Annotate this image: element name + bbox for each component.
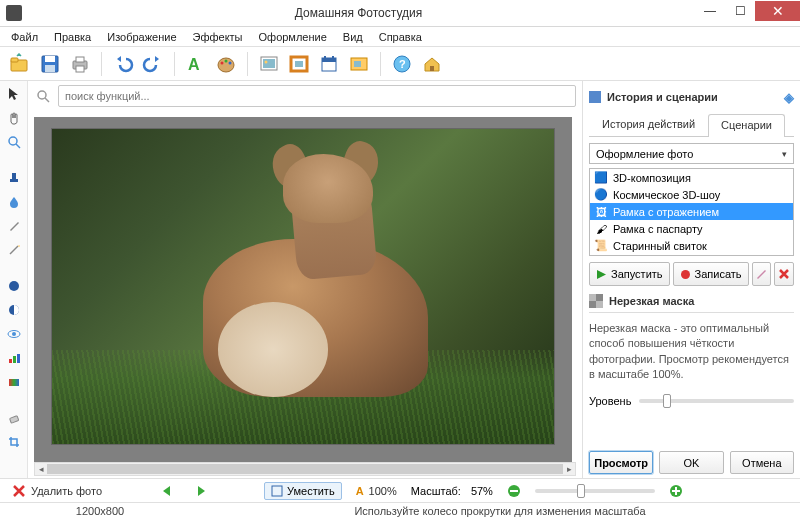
svg-rect-14 — [263, 59, 275, 68]
pin-icon[interactable]: ◈ — [784, 90, 794, 105]
menu-effects[interactable]: Эффекты — [186, 29, 250, 45]
svg-rect-23 — [354, 61, 361, 67]
open-icon[interactable] — [8, 52, 32, 76]
minimize-button[interactable]: — — [695, 1, 725, 21]
preview-button[interactable]: Просмотр — [589, 451, 653, 474]
svg-point-41 — [38, 91, 46, 99]
close-button[interactable]: ✕ — [755, 1, 800, 21]
status-hint: Используйте колесо прокрутки для изменен… — [200, 505, 800, 517]
scenario-list[interactable]: 🟦3D-композиция 🔵Космическое 3D-шоу 🖼Рамк… — [589, 168, 794, 256]
run-button[interactable]: Запустить — [589, 262, 670, 286]
list-item: 🖌Рамка с паспарту — [590, 220, 793, 237]
menu-file[interactable]: Файл — [4, 29, 45, 45]
darken-icon[interactable] — [5, 277, 23, 295]
help-icon[interactable]: ? — [390, 52, 414, 76]
menu-design[interactable]: Оформление — [252, 29, 334, 45]
svg-point-27 — [9, 137, 17, 145]
panel-title: История и сценарии — [607, 91, 718, 103]
app-icon — [6, 5, 22, 21]
svg-rect-26 — [430, 66, 434, 71]
svg-rect-29 — [12, 173, 16, 179]
svg-rect-3 — [45, 56, 55, 62]
menu-image[interactable]: Изображение — [100, 29, 183, 45]
gradient-icon[interactable] — [5, 373, 23, 391]
list-item: 📜Старинный свиток — [590, 237, 793, 254]
print-icon[interactable] — [68, 52, 92, 76]
text-icon[interactable]: A — [184, 52, 208, 76]
fit-button[interactable]: Уместить — [264, 482, 342, 500]
brush-icon[interactable] — [5, 217, 23, 235]
zoom-out-button[interactable] — [503, 482, 525, 500]
undo-icon[interactable] — [111, 52, 135, 76]
calendar-icon[interactable] — [317, 52, 341, 76]
next-button[interactable] — [190, 482, 214, 500]
list-item: 🖼Рамка с отражением — [590, 203, 793, 220]
menu-view[interactable]: Вид — [336, 29, 370, 45]
stamp-icon[interactable] — [5, 169, 23, 187]
bottom-bar: Удалить фото Уместить A100% Масштаб: 57% — [0, 478, 800, 502]
tab-scenarios[interactable]: Сценарии — [708, 114, 785, 137]
ok-button[interactable]: OK — [659, 451, 723, 474]
hand-icon[interactable] — [5, 109, 23, 127]
zoom-in-button[interactable] — [665, 482, 687, 500]
menu-edit[interactable]: Правка — [47, 29, 98, 45]
palette-icon[interactable] — [214, 52, 238, 76]
zoom-100-button[interactable]: A100% — [352, 483, 401, 499]
eraser-icon[interactable] — [5, 409, 23, 427]
svg-rect-4 — [45, 65, 55, 72]
delete-photo-button[interactable]: Удалить фото — [8, 482, 106, 500]
contrast-icon[interactable] — [5, 301, 23, 319]
svg-point-32 — [9, 281, 19, 291]
tab-history[interactable]: История действий — [589, 113, 708, 136]
crop-icon[interactable] — [5, 433, 23, 451]
list-item: 🟦3D-композиция — [590, 169, 793, 186]
svg-point-15 — [265, 60, 268, 63]
delete-scenario-button[interactable] — [774, 262, 794, 286]
search-icon — [34, 87, 52, 105]
postcard-icon[interactable] — [347, 52, 371, 76]
svg-point-43 — [681, 270, 690, 279]
prev-button[interactable] — [156, 482, 180, 500]
zoom-slider[interactable] — [535, 489, 655, 493]
svg-rect-6 — [76, 57, 84, 62]
menu-help[interactable]: Справка — [372, 29, 429, 45]
scale-value: 57% — [471, 485, 493, 497]
drop-icon[interactable] — [5, 193, 23, 211]
home-icon[interactable] — [420, 52, 444, 76]
svg-rect-49 — [675, 487, 677, 495]
svg-rect-1 — [11, 58, 18, 62]
eye-icon[interactable] — [5, 325, 23, 343]
maximize-button[interactable]: ☐ — [725, 1, 755, 21]
levels-icon[interactable] — [5, 349, 23, 367]
svg-point-10 — [221, 61, 224, 64]
right-panel: История и сценарии ◈ История действий Сц… — [582, 81, 800, 478]
svg-point-35 — [12, 332, 16, 336]
svg-rect-30 — [10, 179, 18, 182]
category-select[interactable]: Оформление фото ▾ — [589, 143, 794, 164]
save-icon[interactable] — [38, 52, 62, 76]
svg-rect-38 — [17, 354, 20, 363]
svg-line-42 — [45, 98, 49, 102]
cancel-button[interactable]: Отмена — [730, 451, 794, 474]
canvas[interactable] — [28, 111, 582, 462]
image-icon[interactable] — [257, 52, 281, 76]
frame-icon[interactable] — [287, 52, 311, 76]
zoom-icon[interactable] — [5, 133, 23, 151]
level-slider[interactable] — [639, 399, 794, 403]
svg-line-31 — [10, 246, 18, 254]
image-dimensions: 1200x800 — [0, 505, 200, 517]
mask-description: Нерезкая маска - это оптимальный способ … — [589, 321, 794, 383]
svg-rect-40 — [9, 416, 18, 423]
h-scrollbar[interactable]: ◂▸ — [34, 462, 576, 476]
edit-scenario-button[interactable] — [752, 262, 772, 286]
search-input[interactable] — [58, 85, 576, 107]
svg-rect-17 — [295, 61, 303, 67]
mask-icon — [589, 294, 603, 308]
wand-icon[interactable] — [5, 241, 23, 259]
record-button[interactable]: Записать — [673, 262, 749, 286]
redo-icon[interactable] — [141, 52, 165, 76]
pointer-icon[interactable] — [5, 85, 23, 103]
window-title: Домашняя Фотостудия — [22, 6, 695, 20]
left-toolbar — [0, 81, 28, 478]
panel-icon — [589, 91, 601, 103]
